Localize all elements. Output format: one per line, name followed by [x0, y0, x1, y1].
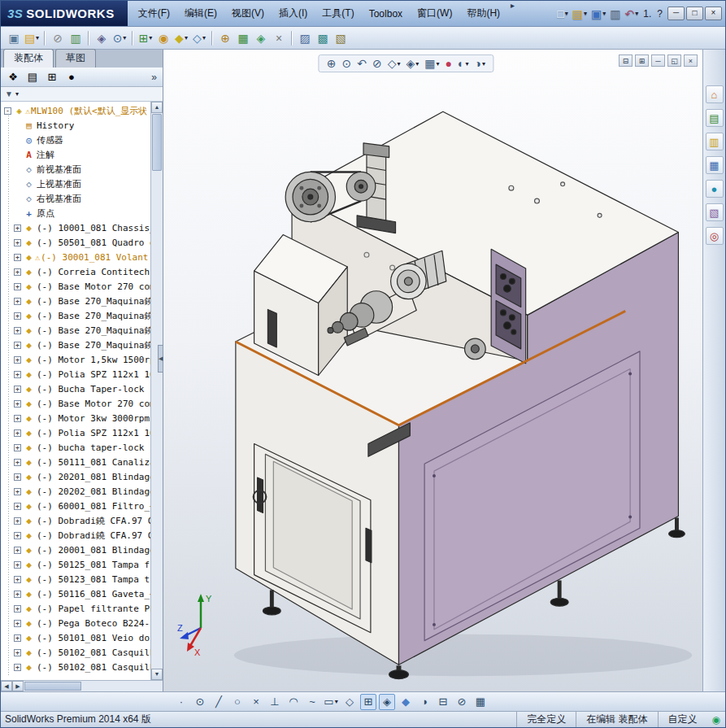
- view-orientation-icon[interactable]: ◇ ▾: [388, 57, 401, 70]
- tree-item-expander[interactable]: +: [14, 312, 21, 320]
- reference-geometry-icon[interactable]: ▧: [333, 30, 349, 46]
- tree-horizontal-scrollbar[interactable]: ◀ ▶: [1, 680, 163, 691]
- tree-vertical-scrollbar[interactable]: ▲ ▼: [150, 102, 163, 680]
- dropdown-arrow-icon[interactable]: ▾: [202, 34, 206, 41]
- dropdown-arrow-icon[interactable]: ▾: [335, 698, 338, 705]
- tree-item[interactable]: + ◆ (-) Dobradi鐃 CFA.97 CH: [1, 513, 150, 528]
- tree-item-expander[interactable]: +: [14, 429, 21, 437]
- mate-icon[interactable]: ◉: [155, 30, 172, 46]
- scroll-thumb[interactable]: [24, 682, 81, 691]
- dropdown-arrow-icon[interactable]: ▾: [602, 10, 606, 17]
- minimize-button[interactable]: ─: [667, 7, 685, 20]
- tree-item[interactable]: + ◆ (-) Papel filtrante PLP: [1, 601, 150, 616]
- menu-item[interactable]: 视图(V): [224, 1, 272, 26]
- tree-item-expander[interactable]: +: [14, 254, 21, 261]
- filter-dropdown-icon[interactable]: ▾: [15, 90, 19, 98]
- tree-item[interactable]: ◎ 传感器: [1, 133, 150, 147]
- tree-item[interactable]: + ◆ (-) 50111_081 Canaliza鐃: [1, 455, 150, 469]
- status-custom[interactable]: 自定义: [658, 712, 707, 727]
- configurationmanager-tab-icon[interactable]: ⊞: [43, 69, 61, 85]
- graphics-viewport[interactable]: ⊕ ⊙ ↶ ⊘: [163, 50, 702, 691]
- design-library-icon[interactable]: ▤: [706, 109, 724, 127]
- circle-icon[interactable]: ○: [229, 694, 246, 710]
- dropdown-arrow-icon[interactable]: ▾: [635, 10, 638, 17]
- tree-item[interactable]: + ◆ (-) Polia SPZ 112x1 161: [1, 367, 150, 381]
- viewport-split-icon[interactable]: ⊟: [619, 54, 633, 67]
- toolbar-separator[interactable]: [88, 31, 89, 46]
- menu-item[interactable]: 插入(I): [272, 1, 315, 26]
- tree-item[interactable]: + ◆ (-) 50125_081 Tampa fro: [1, 557, 150, 572]
- menu-item[interactable]: 帮助(H): [459, 1, 507, 26]
- tree-item[interactable]: + ◆ (-) Bucha Taper-lock 16: [1, 381, 150, 396]
- menu-item[interactable]: 编辑(E): [177, 1, 224, 26]
- edit-component-icon[interactable]: ▨: [297, 30, 313, 46]
- edit-appearance-icon[interactable]: ●: [446, 57, 452, 70]
- insert-components-icon[interactable]: ⊞ ▾: [137, 30, 154, 46]
- tree-item[interactable]: + ◆ (-) Base 270_Maquina鐃: [1, 308, 150, 323]
- tree-item-expander[interactable]: +: [14, 239, 21, 246]
- tree-item-expander[interactable]: +: [14, 591, 21, 598]
- tree-item-expander[interactable]: +: [14, 386, 21, 393]
- toolbar-separator[interactable]: [44, 31, 46, 46]
- linear-component-pattern-icon[interactable]: ▦: [235, 30, 251, 46]
- tree-item-expander[interactable]: +: [14, 532, 21, 539]
- tree-item[interactable]: + ◆ (-) 20001_081 Blindagem: [1, 543, 150, 557]
- tree-item[interactable]: + ◆ (-) Polia SPZ 112x1 161: [1, 425, 150, 440]
- compare-documents-icon[interactable]: ▥: [67, 30, 84, 46]
- smart-fasteners-icon[interactable]: ◆ ▾: [173, 30, 189, 46]
- scroll-down-arrow[interactable]: ▼: [151, 669, 163, 680]
- new-document-icon[interactable]: □ ▾: [555, 7, 569, 20]
- help-icon[interactable]: ?: [654, 8, 665, 20]
- tree-item-expander[interactable]: +: [14, 342, 21, 349]
- dropdown-arrow-icon[interactable]: ▾: [584, 10, 587, 17]
- zoom-fit-icon[interactable]: ⊕: [327, 57, 337, 70]
- open-document-icon[interactable]: ▤ ▾: [24, 30, 40, 46]
- tree-item[interactable]: + ◆ (-) 10001_081 Chassis_(: [1, 220, 150, 235]
- zoom-area-icon[interactable]: ⊙: [341, 57, 351, 70]
- tree-item-expander[interactable]: +: [14, 620, 21, 627]
- tree-item[interactable]: + ◆ (-) 50123_081 Tampa tra: [1, 572, 150, 586]
- tree-item[interactable]: + ◆ ⚠ (-) 30001_081 Volant: [1, 250, 150, 264]
- hide-show-items-icon[interactable]: ▦ ▾: [424, 57, 439, 70]
- convert-entities-icon[interactable]: ⊞: [360, 694, 376, 710]
- centerpoint-arc-icon[interactable]: ⊙: [192, 694, 208, 710]
- tree-item[interactable]: - ◈ ⚠ MLW100 (默认<默认_显示状: [1, 103, 150, 118]
- screen-capture-icon[interactable]: ▣: [6, 30, 22, 46]
- dropdown-arrow-icon[interactable]: ▾: [397, 60, 400, 68]
- save-icon[interactable]: ▣ ▾: [589, 7, 607, 20]
- tree-item[interactable]: + ◆ (-) Base Motor 270 com: [1, 279, 150, 294]
- smart-dimension-icon[interactable]: ⊘: [454, 694, 470, 710]
- tree-item-expander[interactable]: +: [14, 268, 21, 276]
- solidworks-resources-icon[interactable]: ⌂: [706, 85, 724, 103]
- spline-icon[interactable]: ~: [304, 694, 320, 710]
- dropdown-arrow-icon[interactable]: ▾: [415, 60, 419, 68]
- tree-item-expander[interactable]: -: [4, 107, 11, 115]
- tree-item[interactable]: + ◆ (-) 50116_081 Gaveta_<1: [1, 586, 150, 601]
- tree-item-expander[interactable]: +: [14, 283, 21, 290]
- tree-item[interactable]: + ◆ (-) 50102_081 Casquilho: [1, 645, 150, 660]
- dropdown-arrow-icon[interactable]: ▾: [149, 34, 152, 41]
- display-style-icon[interactable]: ◈ ▾: [406, 57, 419, 70]
- tree-item-expander[interactable]: +: [14, 576, 21, 583]
- menu-item[interactable]: 窗口(W): [410, 1, 459, 26]
- print-icon[interactable]: ▥: [608, 7, 622, 20]
- tree-item-expander[interactable]: +: [14, 649, 21, 656]
- scroll-thumb[interactable]: [152, 114, 162, 171]
- tree-item[interactable]: + ◆ (-) Correia Contitech X: [1, 264, 150, 279]
- tab-assembly[interactable]: 装配体: [3, 49, 54, 68]
- tree-item[interactable]: + ◆ (-) Motor 3kw 3000rpm (: [1, 411, 150, 425]
- tree-item-expander[interactable]: +: [14, 473, 21, 481]
- tree-item-expander[interactable]: +: [14, 488, 21, 495]
- tree-item[interactable]: + ◆ (-) 50101_081 Veio do r: [1, 630, 150, 645]
- tree-item[interactable]: + ◆ (-) Base 270_Maquina鐃: [1, 294, 150, 308]
- panel-splitter-handle[interactable]: ◀: [158, 345, 163, 373]
- trim-entities-icon[interactable]: ⊟: [435, 694, 451, 710]
- tree-item[interactable]: + 原点: [1, 206, 150, 220]
- tree-item[interactable]: ◇ 右视基准面: [1, 191, 150, 206]
- tree-item[interactable]: + ◆ (-) 20202_081 Blindagem: [1, 484, 150, 499]
- tree-item[interactable]: + ◆ (-) 20201_081 Blindagem: [1, 469, 150, 484]
- toolbar-separator[interactable]: [291, 31, 293, 46]
- tree-item-expander[interactable]: +: [14, 298, 21, 305]
- dropdown-arrow-icon[interactable]: ▾: [36, 34, 39, 41]
- tree-item[interactable]: + ◆ (-) Base Motor 270 com: [1, 396, 150, 411]
